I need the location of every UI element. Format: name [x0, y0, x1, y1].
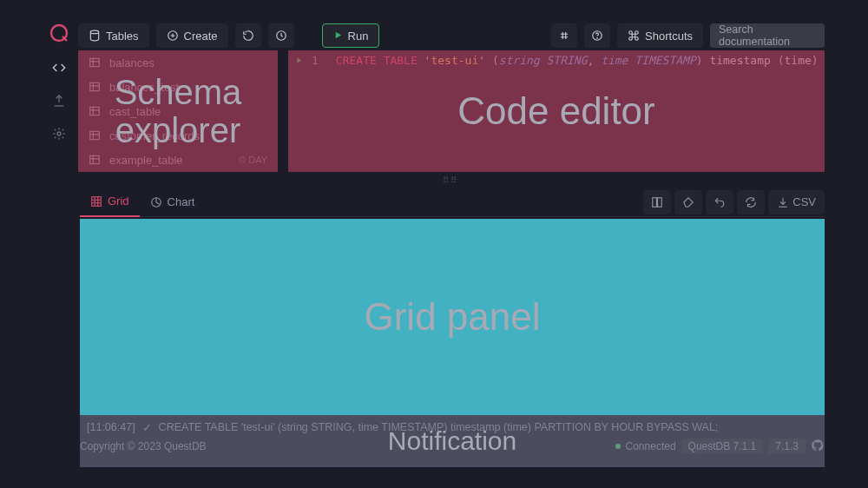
tables-label: Tables: [106, 30, 139, 43]
table-name: cast_table: [109, 105, 161, 118]
database-icon: [89, 30, 101, 42]
sync-icon: [745, 196, 757, 208]
svg-point-6: [597, 38, 598, 39]
table-icon: [89, 56, 101, 69]
tables-button[interactable]: Tables: [78, 23, 149, 48]
help-icon: [591, 30, 603, 42]
svg-rect-9: [90, 107, 100, 115]
log-time: [11:06:47]: [87, 421, 135, 433]
svg-point-2: [90, 30, 98, 34]
search-input[interactable]: Search documentation: [710, 23, 825, 48]
svg-rect-16: [92, 398, 102, 406]
table-row[interactable]: customer_records: [78, 123, 278, 148]
download-icon: [777, 196, 789, 208]
version-pill: QuestDB 7.1.1: [681, 439, 764, 454]
log-message: CREATE TABLE 'test-ui' (string STRING, t…: [159, 421, 719, 433]
tab-grid-label: Grid: [108, 195, 129, 208]
sidebar-settings-icon[interactable]: [45, 120, 73, 148]
grid-toggle-button[interactable]: [551, 23, 577, 48]
annotation-grid: Grid panel: [80, 219, 825, 415]
table-name: balances_test: [109, 81, 179, 94]
connection-status: Connected: [626, 440, 676, 452]
tab-chart-label: Chart: [168, 195, 195, 208]
tab-chart[interactable]: Chart: [140, 188, 206, 217]
terminal-icon: [90, 396, 102, 408]
line-number: 1: [312, 54, 319, 67]
refresh-icon: [242, 30, 254, 42]
svg-rect-7: [90, 58, 100, 66]
table-icon: [89, 105, 101, 117]
table-row[interactable]: cast_table: [78, 99, 278, 123]
tab-grid[interactable]: Grid: [80, 188, 140, 217]
layout-icon: [651, 196, 663, 208]
status-dot-icon: [615, 444, 621, 449]
code-editor[interactable]: 1 CREATE TABLE 'test-ui' (string STRING,…: [288, 50, 825, 172]
svg-rect-11: [90, 155, 100, 163]
svg-rect-15: [658, 197, 662, 207]
build-pill: 7.1.3: [768, 439, 806, 454]
shortcuts-button[interactable]: Shortcuts: [617, 23, 703, 48]
sidebar-upload-icon[interactable]: [45, 87, 73, 115]
plus-circle-icon: [167, 30, 179, 42]
refresh-button[interactable]: [235, 23, 261, 48]
log-entry: [11:06:47] ✓ CREATE TABLE 'test-ui' (str…: [80, 417, 825, 438]
check-icon: ✓: [142, 421, 152, 434]
resize-grip-icon[interactable]: ⠿⠿: [443, 175, 458, 185]
run-button[interactable]: Run: [322, 23, 380, 48]
clear-button[interactable]: [674, 190, 702, 214]
command-icon: [628, 30, 640, 42]
table-name: customer_records: [109, 129, 200, 142]
questdb-logo-icon: [49, 23, 69, 43]
svg-rect-10: [90, 131, 100, 139]
table-row[interactable]: balances_test: [78, 75, 278, 99]
export-csv-button[interactable]: CSV: [768, 190, 825, 214]
eraser-icon: [682, 196, 694, 208]
log-panel-header[interactable]: Log: [80, 389, 825, 415]
history-button[interactable]: [268, 23, 294, 48]
footer: Copyright © 2023 QuestDB Connected Quest…: [80, 436, 825, 457]
svg-rect-14: [653, 197, 657, 207]
result-toolbar: Grid Chart CSV: [80, 188, 825, 217]
sql-code: CREATE TABLE 'test-ui' (string STRING, t…: [336, 54, 825, 67]
clock-icon: [275, 30, 287, 42]
hash-icon: [558, 30, 570, 42]
log-label: Log: [109, 396, 128, 409]
create-label: Create: [184, 30, 218, 43]
chart-icon: [150, 196, 162, 208]
csv-label: CSV: [792, 195, 816, 208]
left-sidebar: [43, 0, 75, 488]
svg-rect-8: [90, 82, 100, 90]
partition-badge: © DAY: [239, 155, 267, 165]
chevron-up-icon[interactable]: [804, 396, 814, 409]
table-row[interactable]: balances: [78, 50, 278, 75]
grid-icon: [90, 195, 102, 208]
github-icon[interactable]: [811, 439, 825, 455]
schema-explorer: balances balances_test cast_table custom…: [78, 50, 278, 172]
undo-icon: [713, 196, 726, 208]
svg-rect-12: [92, 196, 102, 206]
table-icon: [89, 129, 101, 142]
sync-button[interactable]: [737, 190, 765, 214]
play-icon: [333, 30, 343, 43]
run-label: Run: [348, 30, 369, 43]
shortcuts-label: Shortcuts: [645, 30, 693, 43]
table-name: balances: [109, 56, 155, 69]
sidebar-code-icon[interactable]: [45, 54, 73, 82]
table-row[interactable]: example_table © DAY: [78, 148, 278, 172]
create-button[interactable]: Create: [156, 23, 228, 48]
table-name: example_table: [109, 154, 183, 167]
copyright: Copyright © 2023 QuestDB: [80, 440, 207, 452]
table-icon: [89, 81, 101, 93]
help-button[interactable]: [584, 23, 610, 48]
topbar: Tables Create Run Shortcuts: [78, 23, 825, 49]
layout-button[interactable]: [643, 190, 671, 214]
reload-button[interactable]: [706, 190, 733, 214]
search-placeholder: Search documentation: [719, 23, 816, 48]
svg-point-1: [57, 132, 61, 135]
run-arrow-icon: [295, 54, 303, 67]
table-icon: [89, 154, 101, 166]
